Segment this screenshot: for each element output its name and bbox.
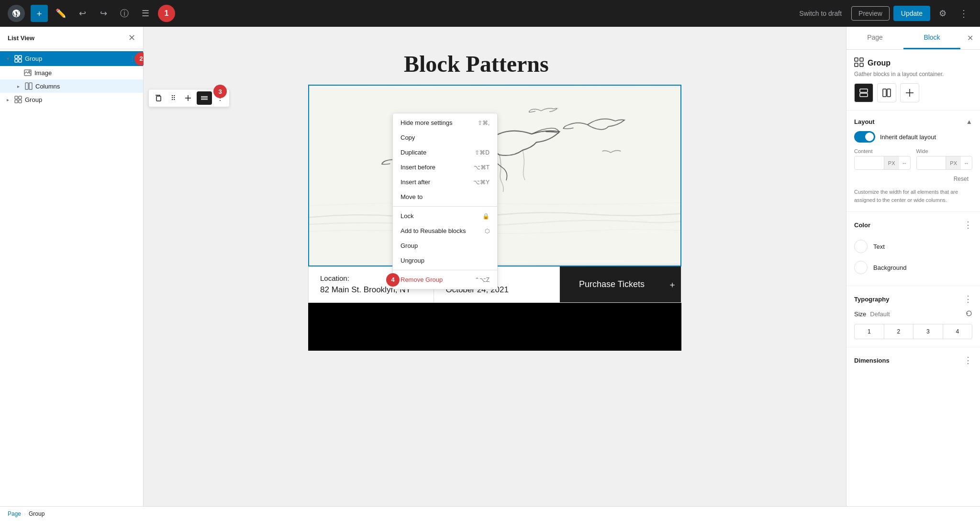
reset-button[interactable]: Reset [950, 174, 972, 184]
insert-after-label: Insert after [401, 178, 430, 186]
undo-button[interactable]: ↩ [74, 5, 91, 22]
purchase-block: Purchase Tickets ＋ [560, 266, 681, 302]
add-block-button[interactable]: ＋ [31, 5, 48, 22]
ungroup-item[interactable]: Ungroup [393, 253, 497, 268]
color-section-header: Color ⋮ [854, 220, 972, 230]
remove-group-item[interactable]: 4 Remove Group ⌃⌥Z [393, 272, 497, 287]
settings-button[interactable]: ⚙ [934, 5, 951, 22]
text-color-swatch[interactable] [854, 240, 868, 253]
layout-row-button[interactable] [877, 83, 896, 102]
group-item[interactable]: Group [393, 238, 497, 253]
insert-before-item[interactable]: Insert before ⌥⌘T [393, 160, 497, 175]
add-block-plus[interactable]: ＋ [664, 266, 681, 302]
svg-rect-9 [19, 96, 22, 99]
top-bar-right: Switch to draft Preview Update ⚙ ⋮ [793, 5, 972, 22]
size-label: Size [854, 310, 866, 318]
preview-button[interactable]: Preview [851, 6, 890, 21]
color-section: Color ⋮ Text Background [846, 212, 980, 286]
duplicate-item[interactable]: Duplicate ⇧⌘D [393, 145, 497, 160]
move-button[interactable] [180, 91, 196, 105]
more-block-options-button[interactable]: ⋮ 3 [213, 91, 227, 105]
size-default-value: Default [870, 310, 890, 318]
reset-row: Reset [854, 174, 972, 184]
svg-rect-7 [29, 83, 32, 89]
reusable-icon: ⬡ [485, 228, 490, 234]
svg-rect-17 [855, 58, 858, 61]
lock-item[interactable]: Lock 🔒 [393, 209, 497, 223]
hide-settings-label: Hide more settings [401, 119, 452, 126]
size-3-button[interactable]: 3 [913, 324, 943, 339]
svg-rect-3 [19, 59, 22, 62]
block-info-section: Group Gather blocks in a layout containe… [846, 50, 980, 111]
content-width-input[interactable] [855, 156, 884, 169]
move-to-item[interactable]: Move to [393, 189, 497, 204]
inherit-toggle: Inherit default layout [854, 131, 972, 143]
content-px-label: PX [884, 156, 899, 169]
image-icon [24, 69, 32, 77]
inherit-label: Inherit default layout [880, 133, 936, 141]
more-options-button[interactable]: ⋮ [955, 5, 972, 22]
list-view-items: ▾ Group ⋮ 2 Image ▸ [0, 49, 143, 108]
list-item-columns[interactable]: ▸ Columns [0, 79, 143, 93]
size-4-button[interactable]: 4 [943, 324, 972, 339]
background-color-swatch[interactable] [854, 261, 868, 274]
content-align-button[interactable]: ↔ [899, 156, 910, 169]
purchase-tickets-button[interactable]: Purchase Tickets [560, 266, 664, 302]
notification-badge: 1 [158, 5, 175, 22]
list-view-header: List View ✕ [0, 27, 143, 49]
tab-page[interactable]: Page [846, 27, 903, 49]
tab-block[interactable]: Block [903, 27, 960, 49]
color-more-button[interactable]: ⋮ [964, 220, 972, 230]
wide-align-button[interactable]: ↔ [961, 156, 972, 169]
columns-icon [25, 82, 33, 90]
svg-rect-11 [19, 100, 22, 103]
copy-item[interactable]: Copy [393, 130, 497, 145]
edit-mode-button[interactable]: ✏️ [52, 5, 70, 22]
background-color-label: Background [873, 264, 906, 271]
inherit-layout-toggle[interactable] [854, 131, 875, 143]
size-buttons: 1 2 3 4 [854, 324, 972, 339]
list-view-close-button[interactable]: ✕ [128, 33, 135, 43]
update-button[interactable]: Update [893, 6, 930, 21]
layout-collapse-button[interactable]: ▲ [966, 118, 972, 125]
insert-after-item[interactable]: Insert after ⌥⌘Y [393, 175, 497, 189]
size-2-button[interactable]: 2 [884, 324, 914, 339]
layout-stack-button[interactable] [854, 83, 873, 102]
switch-to-draft-button[interactable]: Switch to draft [793, 7, 847, 20]
content-input-row: PX ↔ [854, 156, 911, 170]
svg-rect-12 [156, 96, 161, 101]
size-1-button[interactable]: 1 [855, 324, 884, 339]
width-inputs: Content PX ↔ Wide PX ↔ [854, 148, 972, 170]
redo-button[interactable]: ↪ [95, 5, 112, 22]
reset-size-button[interactable] [966, 310, 972, 318]
svg-point-5 [29, 71, 30, 72]
list-view-button[interactable]: ☰ [137, 5, 154, 22]
add-reusable-item[interactable]: Add to Reusable blocks ⬡ [393, 223, 497, 238]
layout-grid-button[interactable] [900, 83, 919, 102]
svg-rect-13 [201, 96, 208, 97]
close-right-panel-button[interactable]: ✕ [960, 29, 980, 47]
insert-before-shortcut: ⌥⌘T [474, 164, 490, 171]
list-item-group-2[interactable]: ▸ Group [0, 93, 143, 106]
list-view-title: List View [8, 34, 34, 42]
group-icon [14, 55, 22, 63]
list-item-image[interactable]: Image [0, 66, 143, 79]
dimensions-header: Dimensions ⋮ [854, 355, 972, 366]
dimensions-more-button[interactable]: ⋮ [964, 355, 972, 366]
typography-more-button[interactable]: ⋮ [964, 294, 972, 304]
hide-more-settings-item[interactable]: Hide more settings ⇧⌘, [393, 115, 497, 130]
wide-width-input[interactable] [917, 156, 946, 169]
page-title: Block Patterns [404, 51, 681, 77]
editor-area[interactable]: ⠿ ⋮ 3 Hide more settings ⇧⌘, Copy [144, 27, 846, 506]
align-button[interactable] [197, 91, 212, 105]
width-description: Customize the width for all elements tha… [854, 188, 972, 204]
list-item-group-1[interactable]: ▾ Group ⋮ 2 [0, 51, 143, 66]
copy-block-button[interactable] [151, 91, 166, 105]
drag-handle-button[interactable]: ⠿ [167, 91, 179, 105]
svg-rect-2 [15, 59, 18, 62]
typography-section: Typography ⋮ Size Default 1 2 3 4 [846, 286, 980, 347]
info-button[interactable]: ⓘ [116, 5, 133, 22]
svg-rect-0 [15, 55, 18, 58]
breadcrumb-page[interactable]: Page [8, 510, 21, 517]
ungroup-label: Ungroup [401, 257, 424, 264]
